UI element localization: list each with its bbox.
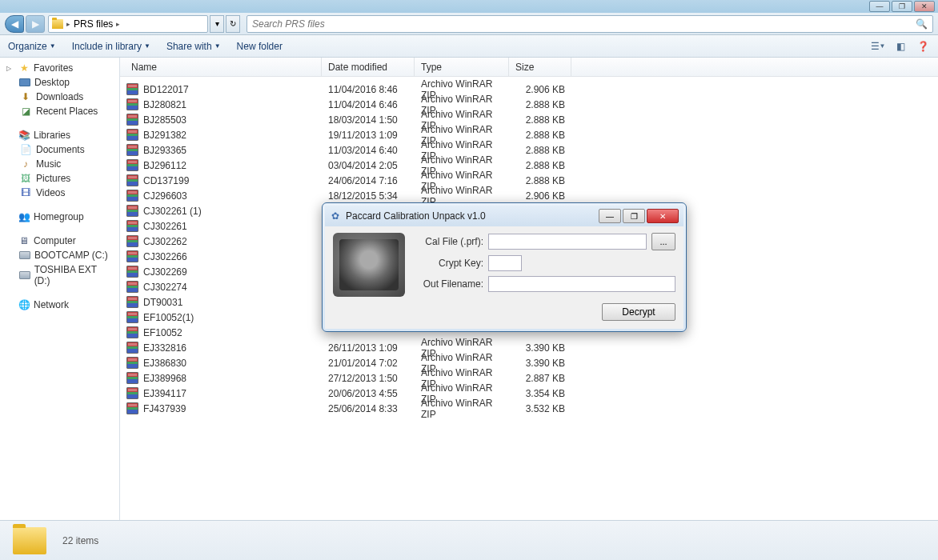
file-row[interactable]: EJ386830 21/01/2014 7:02 Archivo WinRAR … [120, 355, 938, 370]
search-bar[interactable]: 🔍 [247, 15, 933, 33]
nav-back-button[interactable]: ◀ [5, 15, 24, 33]
winrar-icon [126, 114, 138, 126]
sidebar-item-documents[interactable]: 📄Documents [0, 142, 119, 157]
videos-icon: 🎞 [19, 187, 32, 198]
preview-pane-button[interactable]: ◧ [893, 39, 908, 54]
file-size: 2.888 KB [509, 160, 571, 171]
file-size: 2.887 KB [509, 373, 571, 384]
sidebar-favorites-header[interactable]: ▷★Favorites [0, 61, 119, 75]
file-row[interactable]: BJ280821 11/04/2014 6:46 Archivo WinRAR … [120, 97, 938, 112]
file-date: 19/11/2013 1:09 [322, 130, 415, 141]
file-row[interactable]: BJ296112 03/04/2014 2:05 Archivo WinRAR … [120, 158, 938, 173]
file-row[interactable]: FJ437939 25/06/2014 8:33 Archivo WinRAR … [120, 401, 938, 416]
sidebar-item-pictures[interactable]: 🖼Pictures [0, 171, 119, 186]
maximize-button[interactable]: ❐ [892, 1, 912, 12]
sidebar-item-desktop[interactable]: Desktop [0, 75, 119, 90]
winrar-icon [126, 281, 138, 293]
toolbar: Organize▼ Include in library▼ Share with… [0, 35, 938, 58]
crypt-key-label: Crypt Key: [413, 258, 483, 269]
file-row[interactable]: BJ291382 19/11/2013 1:09 Archivo WinRAR … [120, 127, 938, 142]
dialog-titlebar[interactable]: ✿ Paccard Calibration Unpack v1.0 — ❐ ✕ [325, 206, 683, 226]
computer-icon: 🖥 [18, 235, 30, 246]
share-with-menu[interactable]: Share with▼ [166, 41, 221, 52]
column-type[interactable]: Type [415, 58, 509, 76]
dialog-close-button[interactable]: ✕ [647, 209, 679, 223]
column-size[interactable]: Size [509, 58, 571, 76]
file-size: 2.888 KB [509, 114, 571, 126]
file-row[interactable]: BJ293365 11/03/2014 6:40 Archivo WinRAR … [120, 142, 938, 158]
sidebar-item-music[interactable]: ♪Music [0, 157, 119, 171]
file-name: BJ285503 [143, 114, 186, 126]
file-row[interactable]: BD122017 11/04/2016 8:46 Archivo WinRAR … [120, 82, 938, 97]
file-date: 21/01/2014 7:02 [322, 358, 415, 369]
file-date: 20/06/2013 4:55 [322, 388, 415, 399]
decrypt-button[interactable]: Decrypt [602, 303, 675, 321]
sidebar-item-toshiba[interactable]: TOSHIBA EXT (D:) [0, 262, 119, 288]
help-button[interactable]: ❓ [916, 39, 930, 54]
sidebar-item-bootcamp[interactable]: BOOTCAMP (C:) [0, 248, 119, 262]
winrar-icon [126, 159, 138, 171]
sidebar-item-videos[interactable]: 🎞Videos [0, 186, 119, 200]
music-icon: ♪ [19, 158, 32, 170]
organize-menu[interactable]: Organize▼ [8, 41, 56, 52]
winrar-icon [126, 372, 138, 384]
browse-button[interactable]: ... [651, 233, 675, 250]
file-name: CJ302274 [143, 282, 187, 293]
winrar-icon [126, 402, 138, 414]
status-bar: 22 items [0, 520, 938, 560]
sidebar-network-header[interactable]: 🌐Network [0, 298, 119, 312]
crypt-key-input[interactable] [488, 255, 522, 271]
sidebar-homegroup-header[interactable]: 👥Homegroup [0, 210, 119, 224]
sidebar-libraries-header[interactable]: 📚Libraries [0, 128, 119, 142]
winrar-icon [126, 129, 138, 141]
file-row[interactable]: EJ394117 20/06/2013 4:55 Archivo WinRAR … [120, 386, 938, 401]
file-date: 18/03/2014 1:50 [322, 114, 415, 126]
file-row[interactable]: CJ296603 18/12/2015 5:34 Archivo WinRAR … [120, 188, 938, 203]
file-row[interactable]: CD137199 24/06/2014 7:16 Archivo WinRAR … [120, 173, 938, 188]
sidebar-item-downloads[interactable]: ⬇Downloads [0, 90, 119, 104]
dialog-minimize-button[interactable]: — [599, 209, 621, 223]
address-bar[interactable]: ▸ PRS files ▸ [48, 15, 208, 33]
file-name: CJ302269 [143, 266, 187, 278]
libraries-icon: 📚 [18, 130, 30, 141]
view-options-button[interactable]: ☰ ▼ [871, 39, 885, 54]
file-type: Archivo WinRAR ZIP [415, 398, 509, 420]
file-row[interactable]: BJ285503 18/03/2014 1:50 Archivo WinRAR … [120, 112, 938, 127]
gear-icon: ✿ [330, 210, 341, 222]
file-date: 11/04/2016 8:46 [322, 84, 415, 95]
file-name: BD122017 [143, 84, 189, 95]
winrar-icon [126, 266, 138, 278]
winrar-icon [126, 326, 138, 338]
search-input[interactable] [252, 18, 916, 30]
file-name: BJ291382 [143, 130, 186, 141]
file-name: CJ296603 [143, 190, 187, 202]
file-row[interactable]: EJ389968 27/12/2013 1:50 Archivo WinRAR … [120, 370, 938, 386]
breadcrumb-folder[interactable]: PRS files [74, 18, 113, 30]
include-in-library-menu[interactable]: Include in library▼ [72, 41, 150, 52]
file-date: 18/12/2015 5:34 [322, 190, 415, 202]
winrar-icon [126, 83, 138, 95]
star-icon: ★ [18, 62, 30, 74]
winrar-icon [126, 235, 138, 247]
file-size: 2.888 KB [509, 130, 571, 141]
out-filename-label: Out Filename: [413, 278, 483, 290]
address-row: ◀ ▶ ▸ PRS files ▸ ▾ ↻ 🔍 [0, 13, 938, 35]
close-button[interactable]: ✕ [914, 1, 935, 12]
out-filename-input[interactable] [488, 276, 675, 292]
column-date[interactable]: Date modified [322, 58, 415, 76]
column-name[interactable]: Name [120, 58, 322, 76]
history-dropdown-button[interactable]: ▾ [210, 15, 224, 33]
file-name: CJ302261 [143, 221, 187, 232]
sidebar-item-recent[interactable]: ◪Recent Places [0, 104, 119, 118]
winrar-icon [126, 311, 138, 323]
minimize-button[interactable]: — [869, 1, 890, 12]
new-folder-button[interactable]: New folder [237, 41, 283, 52]
nav-forward-button[interactable]: ▶ [26, 15, 45, 33]
file-row[interactable]: EJ332816 26/11/2013 1:09 Archivo WinRAR … [120, 340, 938, 355]
sidebar-computer-header[interactable]: 🖥Computer [0, 234, 119, 248]
unpack-dialog: ✿ Paccard Calibration Unpack v1.0 — ❐ ✕ … [322, 202, 687, 332]
dialog-maximize-button[interactable]: ❐ [623, 209, 645, 223]
refresh-button[interactable]: ↻ [226, 15, 240, 33]
cal-file-input[interactable] [488, 234, 647, 250]
file-size: 3.532 KB [509, 403, 571, 414]
